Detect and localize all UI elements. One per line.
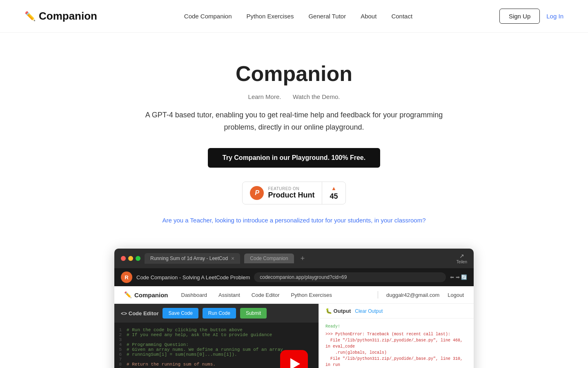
nav-link-code-companion[interactable]: Code Companion: [184, 13, 232, 20]
video-preview-container: Running Sum of 1d Array - LeetCod × Code…: [98, 249, 490, 368]
share-label: Teilen: [457, 260, 467, 264]
clear-output-button[interactable]: Clear Output: [355, 308, 383, 314]
ph-left: P FEATURED ON Product Hunt: [243, 182, 322, 204]
play-icon: [290, 358, 300, 368]
new-tab-icon[interactable]: +: [301, 254, 305, 263]
app-nav-assistant[interactable]: Assistant: [218, 292, 240, 298]
browser-tab-2[interactable]: Code Companion: [244, 254, 294, 263]
output-error: >>> PythonError: Traceback (most recent …: [325, 331, 467, 368]
nav-actions: Sign Up Log In: [499, 9, 564, 24]
logout-button[interactable]: Logout: [448, 292, 464, 298]
nav-link-general-tutor[interactable]: General Tutor: [308, 13, 346, 20]
app-nav-dashboard[interactable]: Dashboard: [181, 292, 207, 298]
learn-more-link[interactable]: Learn More.: [248, 93, 281, 100]
hero-description: A GPT-4 based tutor, enabling you to get…: [139, 109, 449, 133]
ph-arrow-icon: ▲: [331, 185, 336, 191]
user-email: duggalr42@gmail.com: [386, 292, 439, 298]
submit-button[interactable]: Submit: [240, 308, 267, 319]
app-logo: ✏️ Companion: [124, 291, 168, 298]
browser-top-bar: Running Sum of 1d Array - LeetCod × Code…: [114, 249, 474, 268]
nav-divider: [378, 291, 378, 298]
code-editor-label: <> Code Editor: [121, 310, 158, 316]
share-icon: ↗: [459, 253, 464, 259]
fullscreen-dot[interactable]: [136, 256, 140, 261]
output-toolbar: 🐛 Output Clear Output: [319, 304, 474, 319]
output-pane: 🐛 Output Clear Output Ready! >>> PythonE…: [318, 304, 474, 368]
close-dot[interactable]: [121, 256, 126, 261]
tab2-label: Code Companion: [250, 256, 288, 261]
browser-controls: ⬅ ➡ 🔄: [450, 274, 467, 280]
ph-right: ▲ 45: [322, 182, 345, 204]
code-line-3: 3: [114, 337, 318, 342]
logo-text: Companion: [39, 10, 97, 22]
share-button[interactable]: ↗ Teilen: [457, 253, 467, 264]
ph-text: FEATURED ON Product Hunt: [268, 186, 314, 200]
app-logo-text: Companion: [134, 292, 168, 298]
save-code-button[interactable]: Save Code: [163, 308, 198, 319]
teacher-link-container: Are you a Teacher, looking to introduce …: [16, 217, 572, 224]
cta-button[interactable]: Try Companion in our Playground. 100% Fr…: [208, 148, 380, 168]
url-input[interactable]: codecompanion.app/playground?cid=69: [254, 272, 446, 282]
browser-tab-1[interactable]: Running Sum of 1d Array - LeetCod ×: [145, 253, 240, 264]
play-button[interactable]: [280, 350, 308, 368]
watch-demo-link[interactable]: Watch the Demo.: [293, 93, 340, 100]
logo-icon: ✏️: [24, 11, 36, 22]
browser-page-title: Code Companion - Solving A LeetCode Prob…: [136, 274, 250, 280]
ph-vote-count: 45: [330, 192, 338, 201]
output-ready: Ready!: [325, 323, 467, 330]
product-hunt-badge[interactable]: P FEATURED ON Product Hunt ▲ 45: [242, 182, 345, 204]
app-nav-links: Dashboard Assistant Code Editor Python E…: [181, 292, 332, 298]
ph-featured-label: FEATURED ON: [268, 186, 314, 191]
code-line-1: 1# Run the code by clicking the button a…: [114, 328, 318, 332]
product-hunt-icon: P: [250, 186, 264, 200]
teacher-link[interactable]: Are you a Teacher, looking to introduce …: [162, 217, 425, 224]
output-label: 🐛 Output: [325, 308, 351, 314]
hero-title: Companion: [16, 61, 572, 86]
nav-link-about[interactable]: About: [361, 13, 376, 20]
login-button[interactable]: Log In: [546, 13, 564, 20]
app-nav-code-editor[interactable]: Code Editor: [252, 292, 280, 298]
minimize-dot[interactable]: [128, 256, 133, 261]
app-nav-right: duggalr42@gmail.com Logout: [378, 291, 464, 298]
output-content: Ready! >>> PythonError: Traceback (most …: [319, 319, 474, 368]
app-logo-icon: ✏️: [124, 291, 132, 298]
nav-link-python-exercises[interactable]: Python Exercises: [247, 13, 294, 20]
tab-close-icon[interactable]: ×: [231, 255, 234, 262]
ph-product-name: Product Hunt: [268, 191, 314, 200]
tab1-label: Running Sum of 1d Array - LeetCod: [150, 256, 228, 261]
main-nav: ✏️ Companion Code Companion Python Exerc…: [0, 0, 588, 33]
browser-url-bar: R Code Companion - Solving A LeetCode Pr…: [114, 268, 474, 286]
app-nav: ✏️ Companion Dashboard Assistant Code Ed…: [114, 286, 474, 304]
code-line-4: 4# Programming Question:: [114, 342, 318, 347]
code-line-2: 2# If you need any help, ask the AI to p…: [114, 332, 318, 337]
code-toolbar: <> Code Editor Save Code Run Code Submit: [114, 304, 318, 323]
browser-traffic-lights: [121, 256, 140, 261]
nav-link-contact[interactable]: Contact: [391, 13, 412, 20]
browser-avatar: R: [121, 272, 132, 283]
run-code-button[interactable]: Run Code: [203, 308, 236, 319]
nav-logo[interactable]: ✏️ Companion: [24, 10, 97, 22]
hero-sub-links: Learn More. Watch the Demo.: [16, 93, 572, 100]
nav-links: Code Companion Python Exercises General …: [184, 13, 412, 20]
signup-button[interactable]: Sign Up: [499, 9, 540, 24]
hero-section: Companion Learn More. Watch the Demo. A …: [0, 33, 588, 249]
app-nav-python-exercises[interactable]: Python Exercises: [291, 292, 332, 298]
